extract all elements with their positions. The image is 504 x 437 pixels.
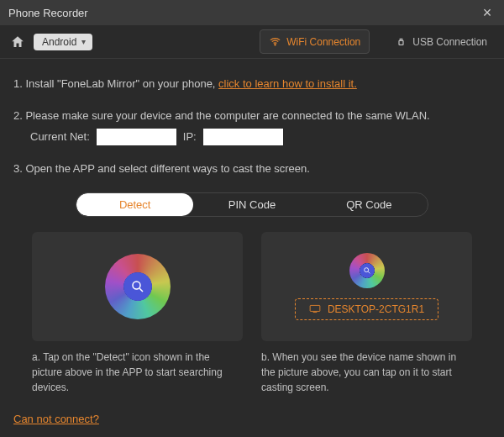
magnify-badge bbox=[123, 272, 152, 301]
cannot-connect-link[interactable]: Can not connect? bbox=[13, 413, 99, 425]
step-2: 2. Please make sure your device and the … bbox=[13, 108, 491, 146]
captions: a. Tap on the "Detect" icon shown in the… bbox=[13, 341, 491, 395]
network-row: Current Net: IP: bbox=[30, 129, 491, 145]
home-icon bbox=[10, 34, 25, 50]
platform-value: Android bbox=[42, 36, 76, 48]
connection-tabs: WiFi Connection USB Connection bbox=[260, 29, 496, 54]
svg-point-0 bbox=[275, 44, 276, 45]
device-entry[interactable]: DESKTOP-2CTG1R1 bbox=[295, 298, 438, 320]
step-1: 1. Install "FoneLab Mirror" on your phon… bbox=[13, 76, 491, 92]
step-3: 3. Open the APP and select different way… bbox=[13, 161, 491, 177]
svg-point-2 bbox=[133, 282, 140, 289]
ip-label: IP: bbox=[183, 129, 197, 145]
detect-icon-preview bbox=[105, 254, 171, 319]
ip-input[interactable] bbox=[203, 129, 283, 145]
wifi-icon bbox=[269, 35, 281, 48]
tab-usb[interactable]: USB Connection bbox=[386, 29, 496, 54]
mode-tab-qr[interactable]: QR Code bbox=[311, 193, 428, 216]
svg-point-4 bbox=[364, 267, 368, 271]
current-net-input[interactable] bbox=[97, 129, 176, 145]
step-1-text: 1. Install "FoneLab Mirror" on your phon… bbox=[13, 77, 218, 90]
tab-usb-label: USB Connection bbox=[412, 36, 487, 48]
svg-rect-6 bbox=[310, 305, 320, 311]
content: 1. Install "FoneLab Mirror" on your phon… bbox=[0, 59, 504, 395]
caption-a: a. Tap on the "Detect" icon shown in the… bbox=[32, 350, 243, 395]
current-net-label: Current Net: bbox=[30, 129, 90, 145]
instruction-panels: DESKTOP-2CTG1R1 bbox=[13, 232, 491, 341]
caption-b: b. When you see the device name shown in… bbox=[261, 350, 472, 395]
window-title: Phone Recorder bbox=[8, 7, 88, 19]
mode-tab-pin[interactable]: PIN Code bbox=[193, 193, 310, 216]
platform-select[interactable]: Android ▾ bbox=[34, 34, 92, 50]
svg-line-3 bbox=[139, 288, 143, 292]
step-3-text: 3. Open the APP and select different way… bbox=[13, 162, 310, 175]
mode-tabs: Detect PIN Code QR Code bbox=[76, 192, 428, 217]
tab-wifi[interactable]: WiFi Connection bbox=[260, 29, 370, 54]
usb-icon bbox=[395, 35, 407, 48]
close-icon[interactable]: × bbox=[479, 4, 496, 22]
magnify-badge-small bbox=[360, 263, 375, 278]
install-link[interactable]: click to learn how to install it. bbox=[218, 77, 357, 90]
tab-wifi-label: WiFi Connection bbox=[286, 36, 360, 48]
panel-device: DESKTOP-2CTG1R1 bbox=[261, 232, 472, 341]
titlebar: Phone Recorder × bbox=[0, 0, 504, 25]
svg-rect-1 bbox=[399, 40, 403, 45]
topbar: Android ▾ WiFi Connection USB Connection bbox=[0, 25, 504, 59]
panel-detect bbox=[32, 232, 243, 341]
svg-line-5 bbox=[368, 271, 370, 273]
device-name: DESKTOP-2CTG1R1 bbox=[328, 303, 424, 315]
chevron-down-icon: ▾ bbox=[81, 37, 86, 46]
home-button[interactable] bbox=[8, 33, 27, 51]
magnify-icon bbox=[130, 279, 145, 294]
magnify-icon-small bbox=[363, 266, 371, 275]
monitor-icon bbox=[309, 304, 321, 313]
detect-icon-small bbox=[349, 253, 385, 288]
step-2-text: 2. Please make sure your device and the … bbox=[13, 109, 430, 122]
mode-tab-detect[interactable]: Detect bbox=[76, 193, 193, 216]
